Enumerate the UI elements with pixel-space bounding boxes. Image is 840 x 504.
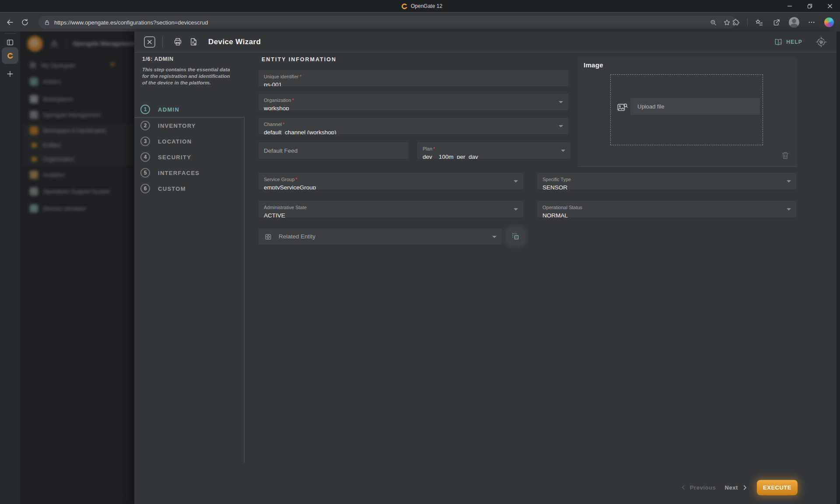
image-panel: Image Upload file <box>578 58 797 167</box>
image-panel-title: Image <box>584 61 603 69</box>
chevron-down-icon <box>559 101 563 103</box>
administrative-state-select[interactable]: Administrative State ACTIVE <box>259 201 523 217</box>
specific-type-select[interactable]: Specific Type SENSOR <box>537 173 796 189</box>
minimize-button[interactable] <box>780 0 800 12</box>
operational-status-select[interactable]: Operational Status NORMAL <box>537 201 796 217</box>
step-admin[interactable]: 1ADMIN <box>140 103 241 116</box>
share-icon[interactable] <box>769 15 784 30</box>
close-wizard-button[interactable] <box>144 36 155 48</box>
opengate-favicon-icon <box>7 53 13 59</box>
default-feed-field[interactable]: Default Feed <box>259 142 408 159</box>
assistant-target-icon[interactable] <box>816 36 827 48</box>
related-entity-select[interactable]: Related Entity <box>259 228 502 245</box>
tab-title: OpenGate 12 <box>411 3 442 9</box>
screen: OpenGate 12 https://www.opengate.es/conf… <box>0 0 840 504</box>
step-inventory[interactable]: 2INVENTORY <box>140 119 241 132</box>
profile-avatar[interactable] <box>787 15 802 30</box>
url-text: https://www.opengate.es/configurations?s… <box>54 19 710 26</box>
zoom-out-icon[interactable] <box>710 19 717 26</box>
chevron-down-icon <box>514 208 518 210</box>
section-title: ENTITY INFORMATION <box>262 56 336 63</box>
help-button[interactable]: ? HELP <box>774 38 802 46</box>
step-description: This step contains the essential data fo… <box>142 66 234 86</box>
entity-device-icon <box>264 232 273 241</box>
chevron-down-icon <box>514 180 518 182</box>
window-titlebar: OpenGate 12 <box>0 0 840 12</box>
close-window-button[interactable] <box>820 0 840 12</box>
chevron-left-icon <box>680 484 686 490</box>
book-help-icon: ? <box>774 38 783 46</box>
back-button[interactable] <box>3 15 18 30</box>
address-bar[interactable]: https://www.opengate.es/configurations?s… <box>38 16 736 29</box>
tab-panel-icon[interactable] <box>6 38 14 46</box>
wizard-title: Device Wizard <box>208 38 261 46</box>
clone-icon <box>511 232 520 241</box>
more-options-icon[interactable] <box>804 15 819 30</box>
wizard-footer: Previous Next EXECUTE <box>680 478 798 497</box>
chevron-down-icon <box>561 150 565 152</box>
template-file-button[interactable] <box>186 34 201 50</box>
image-search-icon <box>616 102 628 113</box>
unique-identifier-field[interactable]: Unique identifier* ps-001 <box>259 70 568 86</box>
opengate-favicon-icon <box>402 4 407 9</box>
browser-toolbar: https://www.opengate.es/configurations?s… <box>0 12 840 32</box>
lock-icon <box>44 19 50 26</box>
organization-select[interactable]: Organization* workshop <box>259 94 568 110</box>
clone-entity-button[interactable] <box>508 228 524 245</box>
trash-icon[interactable] <box>780 150 790 160</box>
wizard-header: Device Wizard ? HELP <box>134 32 836 52</box>
plan-select[interactable]: Plan* dev__100m_per_day <box>417 142 570 159</box>
channel-select[interactable]: Channel* default_channel (workshop) <box>259 118 568 134</box>
refresh-button[interactable] <box>18 15 32 30</box>
device-wizard-modal: Device Wizard ? HELP 1/6: ADMIN This ste… <box>134 32 836 504</box>
copilot-icon[interactable] <box>822 15 836 30</box>
previous-button[interactable]: Previous <box>680 484 716 491</box>
restore-button[interactable] <box>800 0 820 12</box>
chevron-down-icon <box>787 208 791 210</box>
step-interfaces[interactable]: 5INTERFACES <box>140 166 241 179</box>
execute-button[interactable]: EXECUTE <box>757 480 798 495</box>
favorites-bar-icon[interactable] <box>752 15 766 30</box>
browser-tab[interactable]: OpenGate 12 <box>402 0 442 12</box>
step-location[interactable]: 3LOCATION <box>140 135 241 148</box>
edge-tab-rail <box>0 32 20 504</box>
app-window: Opengate Management My Opengate Actions … <box>0 32 840 504</box>
upload-file-button[interactable]: Upload file <box>630 98 760 115</box>
chevron-down-icon <box>787 180 791 182</box>
active-tab-button[interactable] <box>2 47 18 64</box>
window-edge-strip <box>836 32 840 504</box>
modal-dim-overlay <box>20 32 134 504</box>
new-tab-icon[interactable] <box>6 70 14 78</box>
next-button[interactable]: Next <box>724 484 748 491</box>
app-sidebar: Opengate Management My Opengate Actions … <box>20 32 134 504</box>
step-security[interactable]: 4SECURITY <box>140 150 241 164</box>
chevron-down-icon <box>559 125 563 127</box>
service-group-select[interactable]: Service Group* emptyServiceGroup <box>259 173 523 189</box>
image-dropzone[interactable]: Upload file <box>610 74 763 145</box>
step-progress-header: 1/6: ADMIN <box>142 56 174 62</box>
chevron-down-icon <box>492 236 497 238</box>
chevron-right-icon <box>742 484 748 491</box>
extensions-icon[interactable] <box>728 15 743 30</box>
step-custom[interactable]: 6CUSTOM <box>140 182 241 195</box>
print-button[interactable] <box>170 34 186 50</box>
